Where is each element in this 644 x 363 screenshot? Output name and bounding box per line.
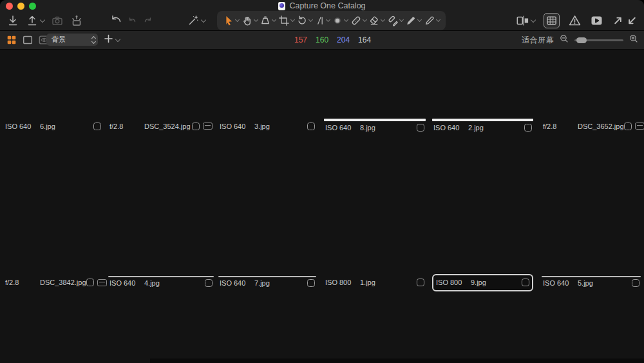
share-in-icon: [626, 14, 638, 27]
select-checkbox[interactable]: [417, 279, 424, 286]
select-checkbox[interactable]: [307, 123, 315, 130]
collection-select-value: 背景: [52, 35, 92, 44]
chevron-down-icon: [399, 17, 404, 22]
redo-icon: [142, 14, 153, 27]
filename-label: DSC_3652.jpg: [578, 123, 624, 130]
crop-button[interactable]: [278, 12, 294, 29]
zoom-out-icon[interactable]: [559, 32, 569, 48]
chevron-down-icon: [253, 17, 258, 22]
photo-thumbnail[interactable]: [324, 119, 426, 121]
grid-overlay-button[interactable]: [544, 13, 560, 28]
heal-button[interactable]: [350, 12, 366, 29]
main-toolbar: [0, 11, 644, 31]
draw-mask-button[interactable]: [405, 12, 421, 29]
thumbnail-cell[interactable]: LCHUIISO 6403.jpg: [218, 52, 316, 200]
export-button[interactable]: [26, 14, 44, 27]
select-checkbox[interactable]: [417, 124, 424, 132]
camera-icon: [51, 14, 64, 27]
filename-label: 3.jpg: [254, 123, 270, 130]
share-in-button[interactable]: [626, 14, 638, 27]
zoom-in-icon[interactable]: [629, 32, 639, 48]
photo-thumbnail[interactable]: [108, 276, 214, 277]
thumbnail-label-row: f/2.8DSC_3842.jpg: [4, 277, 102, 289]
thumbnail-grid-button[interactable]: [6, 34, 17, 46]
thumbnail-box: ISO 6408.jpg: [324, 119, 426, 133]
thumbnail-cell[interactable]: LCHUIISO 6406.jpg: [4, 52, 102, 200]
thumbnail-label-row: ISO 8009.jpg: [435, 277, 531, 289]
titlebar: Capture One Catalog: [0, 0, 644, 11]
select-checkbox[interactable]: [307, 279, 315, 287]
thumbnail-cell[interactable]: LCHUIf/2.8DSC_3652.jpg: [542, 52, 641, 200]
select-cursor-button[interactable]: [223, 12, 239, 29]
fit-screen-label[interactable]: 适合屏幕: [522, 35, 554, 46]
rotate-icon: [296, 14, 308, 27]
zoom-controls: 适合屏幕: [522, 31, 639, 49]
filename-label: 5.jpg: [578, 279, 593, 287]
viewer-layout-button[interactable]: [516, 14, 535, 27]
spot-removal-button[interactable]: [332, 12, 348, 29]
thumbnail-cell[interactable]: LCHUIf/2.8DSC_3524.jpg: [108, 52, 214, 200]
select-checkbox[interactable]: [192, 123, 200, 130]
thumbnail-cell[interactable]: ISO 6402.jpg: [432, 52, 533, 200]
erase-icon: [368, 14, 380, 27]
slideshow-button[interactable]: [590, 14, 603, 27]
chevron-down-icon: [381, 17, 385, 22]
chevron-down-icon: [326, 17, 330, 22]
thumbnail-cell[interactable]: ISO 6405.jpg: [542, 202, 641, 362]
photo-thumbnail[interactable]: [432, 119, 533, 121]
select-checkbox[interactable]: [624, 123, 632, 130]
undo-button[interactable]: [127, 14, 138, 27]
clone-button[interactable]: [387, 12, 403, 29]
reset-arrow-icon: [109, 14, 122, 27]
zoom-slider-thumb[interactable]: [576, 37, 587, 43]
rgb-value-0: 157: [294, 35, 307, 44]
select-stepper-icon: [92, 37, 95, 43]
viewer-pane-button[interactable]: [22, 34, 33, 46]
select-checkbox[interactable]: [205, 279, 213, 287]
add-collection-button[interactable]: [103, 31, 120, 49]
pen-button[interactable]: [424, 12, 440, 29]
thumbnail-cell[interactable]: LCHUIISO 8009.jpg: [432, 202, 533, 362]
horizontal-scrollbar[interactable]: [150, 358, 644, 363]
filename-label: 4.jpg: [144, 279, 160, 287]
collection-select[interactable]: 背景: [46, 34, 98, 46]
redo-button[interactable]: [142, 14, 153, 27]
photo-thumbnail[interactable]: [218, 276, 316, 277]
meta-label: ISO 640: [220, 279, 249, 287]
slideshow-icon: [590, 14, 603, 27]
rgb-value-1: 160: [316, 35, 328, 44]
cursor-tools-group: [217, 11, 446, 30]
camera-button[interactable]: [51, 14, 64, 27]
warning-button[interactable]: [568, 14, 582, 27]
loupe-button[interactable]: [260, 12, 276, 29]
thumbnail-cell[interactable]: ISO 6408.jpg: [324, 52, 426, 200]
thumbnail-cell[interactable]: ISO 6404.jpg: [108, 202, 214, 362]
thumbnail-cell[interactable]: LCHUIISO 8001.jpg: [324, 202, 426, 362]
thumbnail-cell[interactable]: ISO 6407.jpg: [218, 202, 316, 362]
auto-adjust-group: [187, 11, 205, 30]
chevron-down-icon: [235, 17, 240, 22]
thumbnail-box: LCHUIISO 6403.jpg: [218, 120, 316, 132]
reset-arrow-button[interactable]: [109, 14, 122, 27]
select-checkbox[interactable]: [632, 279, 639, 287]
thumbnail-cell[interactable]: LCHUIf/2.8DSC_3842.jpg: [4, 202, 102, 362]
select-checkbox[interactable]: [522, 279, 529, 286]
catalog-document-icon: [278, 2, 285, 10]
chevron-down-icon: [417, 17, 422, 22]
select-checkbox[interactable]: [524, 124, 532, 132]
tether-button[interactable]: [70, 14, 83, 27]
erase-button[interactable]: [368, 12, 384, 29]
import-button[interactable]: [6, 14, 19, 27]
plus-icon: [103, 32, 114, 48]
pan-hand-button[interactable]: [242, 12, 258, 29]
meta-label: ISO 640: [433, 124, 463, 132]
select-checkbox[interactable]: [86, 279, 94, 286]
magic-wand-button[interactable]: [187, 14, 205, 27]
straighten-button[interactable]: [315, 12, 330, 29]
zoom-slider[interactable]: [574, 39, 623, 41]
photo-thumbnail[interactable]: [542, 276, 641, 277]
meta-label: ISO 640: [5, 123, 35, 130]
select-checkbox[interactable]: [93, 123, 101, 130]
share-out-button[interactable]: [612, 14, 624, 27]
rotate-button[interactable]: [296, 12, 312, 29]
